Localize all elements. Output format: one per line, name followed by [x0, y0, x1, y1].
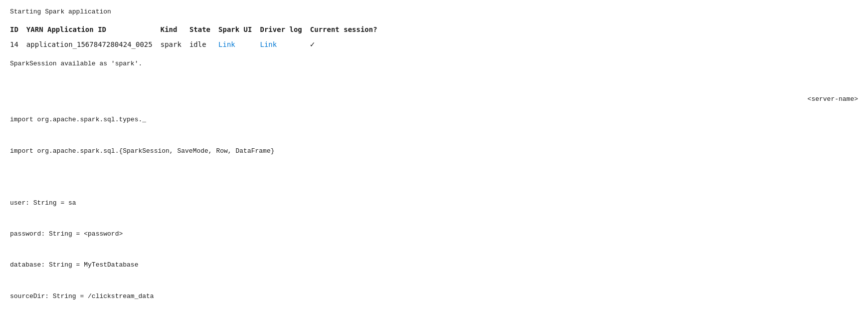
session-available-text: SparkSession available as 'spark'.	[10, 60, 858, 67]
col-header-state: State	[189, 22, 218, 36]
code-block: import org.apache.spark.sql.types._ impo…	[10, 73, 858, 312]
code-line-5: sourceDir: String = /clickstream_data	[10, 292, 858, 302]
starting-text: Starting Spark application	[10, 8, 858, 15]
current-session-checkmark: ✓	[310, 39, 315, 49]
table-container: ID YARN Application ID Kind State Spark …	[10, 22, 858, 52]
col-header-id: ID	[10, 22, 26, 36]
cell-yarn-app-id: application_1567847280424_0025	[26, 36, 161, 52]
code-line-2: user: String = sa	[10, 198, 858, 209]
cell-kind: spark	[161, 36, 189, 52]
sessions-table: ID YARN Application ID Kind State Spark …	[10, 22, 385, 52]
col-header-current-session: Current session?	[310, 22, 385, 36]
code-line-3: password: String = <password>	[10, 229, 858, 240]
col-header-yarn-app-id: YARN Application ID	[26, 22, 161, 36]
spark-ui-link[interactable]: Link	[218, 40, 235, 48]
driver-log-link[interactable]: Link	[260, 40, 277, 48]
code-line-1: import org.apache.spark.sql.{SparkSessio…	[10, 146, 275, 157]
col-header-spark-ui: Spark UI	[218, 22, 260, 36]
table-row: 14 application_1567847280424_0025 spark …	[10, 36, 385, 52]
cell-driver-log[interactable]: Link	[260, 36, 310, 52]
server-name-annotation: <server-name>	[808, 95, 858, 103]
table-header-row: ID YARN Application ID Kind State Spark …	[10, 22, 385, 36]
code-line-4: database: String = MyTestDatabase	[10, 260, 858, 271]
col-header-driver-log: Driver log	[260, 22, 310, 36]
cell-spark-ui[interactable]: Link	[218, 36, 260, 52]
cell-state: idle	[189, 36, 218, 52]
cell-current-session: ✓	[310, 36, 385, 52]
col-header-kind: Kind	[161, 22, 189, 36]
code-line-0: import org.apache.spark.sql.types._	[10, 115, 275, 125]
code-block-container: import org.apache.spark.sql.types._ impo…	[10, 73, 858, 312]
cell-id: 14	[10, 36, 26, 52]
